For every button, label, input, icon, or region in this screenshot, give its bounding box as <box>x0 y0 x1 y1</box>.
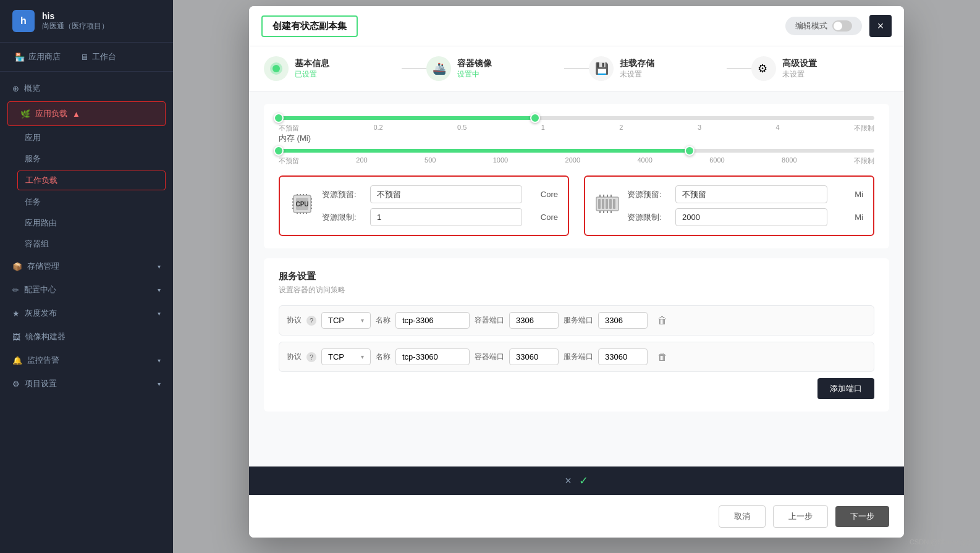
cpu-resource-fields: 资源预留: Core 资源限制: Core <box>322 185 558 226</box>
step-3-info: 挂载存储 未设置 <box>620 58 654 80</box>
service-port-input-1[interactable] <box>598 348 648 365</box>
protocol-select-1[interactable]: TCP ▾ <box>321 348 371 365</box>
app-sub: 尚医通（医疗项目） <box>42 21 161 32</box>
bottom-bar-close-icon[interactable]: × <box>565 475 572 488</box>
sidebar-item-canary[interactable]: ★ 灰度发布 ▾ <box>0 302 173 325</box>
container-port-label-1: 容器端口 <box>475 352 504 362</box>
overview-icon: ⊕ <box>12 84 19 93</box>
question-mark-1[interactable]: ? <box>306 352 316 362</box>
memory-slider-label: 内存 (Mi) <box>279 133 874 144</box>
top-nav-workbench[interactable]: 🖥 工作台 <box>75 48 121 66</box>
step-container-image[interactable]: 🚢 容器镜像 设置中 <box>426 56 564 81</box>
port-name-input-1[interactable] <box>395 348 470 365</box>
sidebar: h his 尚医通（医疗项目） 🏪 应用商店 🖥 工作台 ⊕ 概览 🌿 应用负载… <box>0 0 173 553</box>
modal-close-button[interactable]: × <box>869 15 892 37</box>
cpu-slider-fill <box>279 116 535 120</box>
prev-button[interactable]: 上一步 <box>773 505 828 528</box>
cpu-reserve-row: 资源预留: Core <box>322 185 558 203</box>
cpu-slider-marks: 不预留 0.2 0.5 1 2 3 4 不限制 <box>279 124 874 133</box>
store-icon: 🏪 <box>15 53 25 62</box>
cancel-button[interactable]: 取消 <box>719 505 766 528</box>
sidebar-item-overview[interactable]: ⊕ 概览 <box>0 77 173 100</box>
chevron-down-icon2: ▾ <box>158 287 161 293</box>
cpu-reserve-input[interactable] <box>370 185 522 203</box>
svg-rect-27 <box>606 199 608 209</box>
step-2-icon: 🚢 <box>426 56 451 81</box>
svg-rect-26 <box>602 199 604 209</box>
sidebar-item-task[interactable]: 任务 <box>0 192 173 213</box>
cpu-resource-box: CPU <box>279 175 569 236</box>
cpu-slider-thumb-left[interactable] <box>274 113 284 123</box>
cpu-reserve-label: 资源预留: <box>322 189 365 200</box>
app-name: his <box>42 11 161 21</box>
cpu-limit-label: 资源限制: <box>322 212 365 223</box>
memory-reserve-row: 资源预留: Mi <box>627 185 863 203</box>
memory-slider-thumb-left[interactable] <box>274 146 284 156</box>
step-advanced-settings[interactable]: ⚙ 高级设置 未设置 <box>751 56 889 81</box>
chevron-down-icon4: ▾ <box>158 357 161 364</box>
sidebar-item-project-settings[interactable]: ⚙ 项目设置 ▾ <box>0 372 173 395</box>
step-1-info: 基本信息 已设置 <box>295 58 329 80</box>
memory-reserve-input[interactable] <box>675 185 827 203</box>
sidebar-item-workload[interactable]: 工作负载 <box>17 171 166 190</box>
delete-port-0[interactable]: 🗑 <box>653 313 672 329</box>
question-mark-0[interactable]: ? <box>306 316 316 326</box>
svg-point-1 <box>272 65 280 72</box>
sidebar-item-config[interactable]: ✏ 配置中心 ▾ <box>0 278 173 302</box>
modal-title[interactable]: 创建有状态副本集 <box>261 15 358 37</box>
top-nav-store[interactable]: 🏪 应用商店 <box>10 48 65 66</box>
add-port-button[interactable]: 添加端口 <box>817 378 874 399</box>
memory-limit-input[interactable] <box>675 208 827 226</box>
app-info: his 尚医通（医疗项目） <box>42 11 161 32</box>
step-divider-3 <box>727 68 751 69</box>
edit-mode-button[interactable]: 编辑模式 <box>785 17 862 35</box>
svg-rect-25 <box>598 199 601 209</box>
step-4-info: 高级设置 未设置 <box>782 58 817 80</box>
cpu-limit-row: 资源限制: Core <box>322 208 558 226</box>
sidebar-item-app[interactable]: 应用 <box>0 127 173 148</box>
sidebar-item-route[interactable]: 应用路由 <box>0 213 173 234</box>
arrow-icon: ▲ <box>72 109 80 119</box>
memory-slider-track[interactable] <box>279 149 874 153</box>
cpu-slider-track[interactable] <box>279 116 874 120</box>
sidebar-item-container[interactable]: 容器组 <box>0 234 173 255</box>
svg-rect-28 <box>609 199 612 209</box>
cpu-limit-input[interactable] <box>370 208 522 226</box>
service-section-subtitle: 设置容器的访问策略 <box>279 285 874 295</box>
protocol-label-0: 协议 <box>287 315 302 326</box>
memory-reserve-unit: Mi <box>832 190 863 199</box>
sidebar-item-storage[interactable]: 📦 存储管理 ▾ <box>0 255 173 278</box>
watermark: CSDN @Shinka 渗深 <box>910 538 974 547</box>
storage-icon: 📦 <box>12 262 22 271</box>
toggle-switch[interactable] <box>832 20 852 32</box>
memory-limit-row: 资源限制: Mi <box>627 208 863 226</box>
step-basic-info[interactable]: 基本信息 已设置 <box>264 56 402 81</box>
sidebar-item-image-builder[interactable]: 🖼 镜像构建器 <box>0 325 173 348</box>
app-logo: h <box>12 10 35 32</box>
sidebar-item-service[interactable]: 服务 <box>0 148 173 169</box>
cpu-slider-section: 不预留 0.2 0.5 1 2 3 4 不限制 内存 (Mi) <box>264 104 889 248</box>
protocol-select-0[interactable]: TCP ▾ <box>321 312 371 329</box>
port-row-1: 协议 ? TCP ▾ 名称 容器端口 服务端口 🗑 <box>279 342 874 372</box>
modal-footer: 取消 上一步 下一步 <box>249 495 904 538</box>
edit-mode-label: 编辑模式 <box>795 20 827 32</box>
port-name-input-0[interactable] <box>395 312 470 329</box>
container-port-input-1[interactable] <box>509 348 559 365</box>
memory-slider-thumb-right[interactable] <box>685 146 695 156</box>
step-1-icon <box>264 56 289 81</box>
resource-row: CPU <box>279 175 874 236</box>
delete-port-1[interactable]: 🗑 <box>653 349 672 365</box>
container-port-input-0[interactable] <box>509 312 559 329</box>
next-button[interactable]: 下一步 <box>835 506 889 527</box>
memory-limit-unit: Mi <box>832 213 863 222</box>
svg-text:🚢: 🚢 <box>433 62 446 75</box>
bottom-bar-check-icon[interactable]: ✓ <box>579 474 588 488</box>
svg-rect-29 <box>613 199 615 209</box>
memory-reserve-label: 资源预留: <box>627 189 670 200</box>
step-mount-storage[interactable]: 💾 挂载存储 未设置 <box>589 56 727 81</box>
sidebar-item-app-load[interactable]: 🌿 应用负载 ▲ <box>7 101 166 126</box>
name-label-0: 名称 <box>376 315 391 326</box>
sidebar-item-monitor[interactable]: 🔔 监控告警 ▾ <box>0 348 173 372</box>
service-port-input-0[interactable] <box>598 312 648 329</box>
cpu-slider-thumb-right[interactable] <box>530 113 540 123</box>
